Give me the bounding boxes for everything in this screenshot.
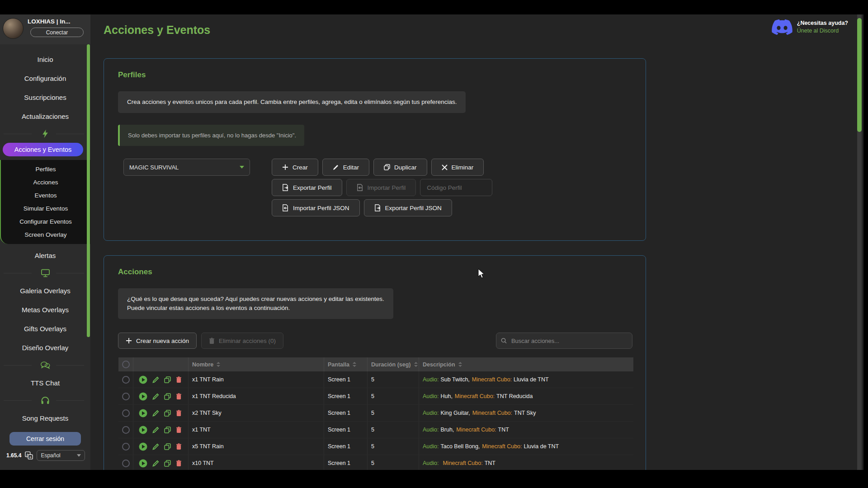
row-checkbox[interactable] bbox=[122, 460, 130, 467]
exportar-perfil-button[interactable]: Exportar Perfil bbox=[272, 179, 342, 196]
sidebar: LOXHIAS | In... Conectar Inicio Configur… bbox=[0, 14, 90, 470]
pantalla-column-header[interactable]: Pantalla bbox=[324, 357, 368, 371]
headphones-icon bbox=[41, 396, 50, 405]
sidebar-user-header: LOXHIAS | In... Conectar bbox=[0, 14, 90, 44]
search-actions-box bbox=[496, 333, 632, 349]
delete-action-icon[interactable] bbox=[176, 376, 182, 383]
row-checkbox[interactable] bbox=[122, 443, 130, 450]
crear-perfil-button[interactable]: Crear bbox=[272, 159, 318, 176]
eliminar-acciones-button[interactable]: Eliminar acciones (0) bbox=[201, 333, 283, 349]
file-import-icon bbox=[282, 204, 289, 211]
editar-perfil-button[interactable]: Editar bbox=[322, 159, 369, 176]
action-name: x1 TNT Rain bbox=[192, 376, 224, 383]
profile-select[interactable]: MAGIC SURVIVAL bbox=[123, 159, 250, 176]
sidebar-item-tts-chat[interactable]: TTS Chat bbox=[0, 373, 90, 392]
duplicar-perfil-button[interactable]: Duplicar bbox=[373, 159, 427, 176]
plus-icon bbox=[282, 164, 288, 170]
trash-icon bbox=[209, 338, 215, 344]
sort-icon bbox=[458, 362, 462, 367]
delete-action-icon[interactable] bbox=[176, 443, 182, 450]
page-scrollbar-thumb[interactable] bbox=[857, 18, 862, 132]
copy-action-icon[interactable] bbox=[164, 410, 171, 417]
codigo-perfil-input[interactable] bbox=[420, 179, 492, 196]
play-action-icon[interactable] bbox=[139, 426, 147, 434]
action-name: x2 TNT Sky bbox=[192, 410, 222, 416]
action-name: x5 TNT Rain bbox=[192, 443, 224, 450]
sidebar-item-suscripciones[interactable]: Suscripciones bbox=[0, 88, 90, 107]
sidebar-item-actualizaciones[interactable]: Actualizaciones bbox=[0, 107, 90, 126]
row-checkbox[interactable] bbox=[122, 409, 130, 417]
row-checkbox[interactable] bbox=[122, 426, 130, 434]
audio-label: Audio: bbox=[423, 427, 439, 433]
minecraft-cubo-label: Minecraft Cubo: bbox=[456, 427, 496, 433]
submenu-item-eventos[interactable]: Eventos bbox=[1, 189, 90, 202]
chevron-down-icon bbox=[240, 166, 244, 169]
play-action-icon[interactable] bbox=[139, 459, 147, 468]
nombre-column-header[interactable]: Nombre bbox=[189, 357, 324, 371]
submenu-item-simular-eventos[interactable]: Simular Eventos bbox=[1, 202, 90, 215]
importar-perfil-json-button[interactable]: Importar Perfil JSON bbox=[272, 199, 360, 216]
sidebar-item-diseno-overlay[interactable]: Diseño Overlay bbox=[0, 338, 90, 357]
exportar-perfil-json-button[interactable]: Exportar Perfil JSON bbox=[364, 199, 452, 216]
chat-icon bbox=[40, 361, 50, 369]
sidebar-item-configuracion[interactable]: Configuración bbox=[0, 69, 90, 88]
logout-button[interactable]: Cerrar sesión bbox=[9, 432, 81, 446]
minecraft-cubo-label: Minecraft Cubo: bbox=[472, 410, 512, 416]
copy-action-icon[interactable] bbox=[164, 443, 171, 450]
sidebar-item-acciones-y-eventos-active[interactable]: Acciones y Eventos bbox=[3, 143, 83, 156]
sidebar-item-inicio[interactable]: Inicio bbox=[0, 50, 90, 69]
edit-action-icon[interactable] bbox=[152, 376, 159, 383]
plus-icon bbox=[126, 338, 132, 344]
delete-action-icon[interactable] bbox=[176, 427, 182, 433]
action-name: x1 TNT bbox=[192, 427, 211, 433]
copy-action-icon[interactable] bbox=[164, 376, 171, 383]
sidebar-scrollbar-track bbox=[87, 14, 90, 470]
help-question: ¿Necesitas ayuda? bbox=[797, 19, 848, 27]
join-discord-link[interactable]: Únete al Discord bbox=[797, 27, 848, 35]
sidebar-item-galeria-overlays[interactable]: Galeria Overlays bbox=[0, 281, 90, 300]
submenu-item-acciones[interactable]: Acciones bbox=[1, 176, 90, 189]
delete-action-icon[interactable] bbox=[176, 410, 182, 417]
copy-action-icon[interactable] bbox=[164, 460, 171, 467]
page-title: Acciones y Eventos bbox=[104, 23, 210, 37]
discord-icon[interactable] bbox=[772, 19, 793, 35]
language-select[interactable]: Español bbox=[37, 450, 85, 461]
submenu-item-perfiles[interactable]: Perfiles bbox=[1, 163, 90, 176]
crear-nueva-accion-button[interactable]: Crear nueva acción bbox=[118, 333, 197, 349]
play-action-icon[interactable] bbox=[139, 375, 147, 384]
edit-action-icon[interactable] bbox=[152, 427, 159, 433]
delete-action-icon[interactable] bbox=[176, 460, 182, 467]
action-duration: 5 bbox=[371, 427, 374, 433]
sidebar-item-gifts-overlays[interactable]: Gifts Overlays bbox=[0, 319, 90, 338]
edit-action-icon[interactable] bbox=[152, 410, 159, 417]
sidebar-scrollbar-thumb[interactable] bbox=[87, 44, 90, 337]
row-checkbox[interactable] bbox=[122, 376, 130, 384]
action-screen: Screen 1 bbox=[328, 443, 350, 450]
table-row: x5 TNT Rain Screen 1 5 Audio:Taco Bell B… bbox=[118, 438, 633, 455]
submenu-item-configurar-eventos[interactable]: Configurar Eventos bbox=[1, 215, 90, 228]
translate-icon: A a bbox=[25, 451, 33, 460]
copy-action-icon[interactable] bbox=[164, 393, 171, 400]
edit-action-icon[interactable] bbox=[152, 393, 159, 400]
action-duration: 5 bbox=[371, 393, 374, 399]
search-actions-input[interactable] bbox=[510, 337, 627, 345]
edit-action-icon[interactable] bbox=[152, 443, 159, 450]
sidebar-item-alertas[interactable]: Alertas bbox=[0, 246, 90, 265]
submenu-item-screen-overlay[interactable]: Screen Overlay bbox=[1, 228, 90, 241]
select-all-checkbox[interactable] bbox=[122, 361, 130, 368]
duracion-column-header[interactable]: Duración (seg) bbox=[368, 357, 419, 371]
eliminar-perfil-button[interactable]: Eliminar bbox=[431, 159, 484, 176]
select-all-checkbox-cell bbox=[118, 357, 133, 371]
sidebar-item-song-requests[interactable]: Song Requests bbox=[0, 408, 90, 427]
edit-action-icon[interactable] bbox=[152, 460, 159, 467]
connect-button[interactable]: Conectar bbox=[30, 28, 84, 37]
play-action-icon[interactable] bbox=[139, 392, 147, 401]
delete-action-icon[interactable] bbox=[176, 393, 182, 400]
sidebar-item-metas-overlays[interactable]: Metas Overlays bbox=[0, 300, 90, 319]
play-action-icon[interactable] bbox=[139, 442, 147, 451]
row-checkbox[interactable] bbox=[122, 393, 130, 400]
copy-action-icon[interactable] bbox=[164, 427, 171, 433]
play-action-icon[interactable] bbox=[139, 409, 147, 418]
importar-perfil-button[interactable]: Importar Perfil bbox=[346, 179, 416, 196]
descripcion-column-header[interactable]: Descripción bbox=[419, 357, 633, 371]
